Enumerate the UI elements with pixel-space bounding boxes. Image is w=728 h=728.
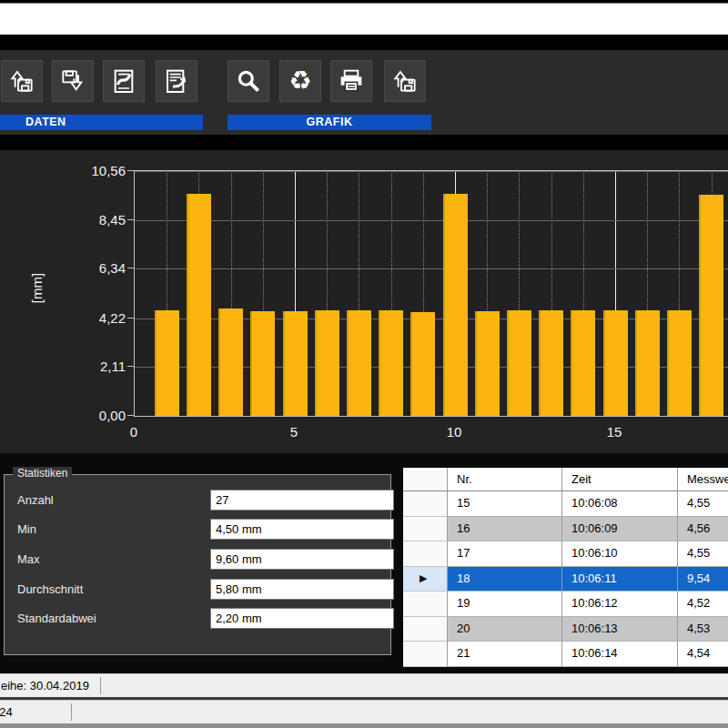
y-tick-mark (127, 219, 134, 220)
toolbar-button-report-data[interactable] (156, 60, 197, 102)
stat-value-max[interactable]: 9,60 mm (210, 549, 394, 570)
toolbar-button-save-graphic[interactable] (384, 60, 426, 102)
status-bar-count: 424 (0, 700, 728, 723)
cell-nr[interactable]: 19 (448, 592, 562, 617)
cell-messwert[interactable]: 4,55 (678, 541, 728, 567)
y-tick-mark (127, 170, 134, 171)
cell-zeit[interactable]: 10:06:09 (562, 517, 678, 542)
table-row-16[interactable]: 1610:06:094,56 (403, 517, 728, 542)
y-tick-mark (127, 366, 134, 367)
toolbar-button-export-data[interactable] (103, 60, 145, 102)
cell-messwert[interactable]: 4,55 (678, 491, 728, 517)
table-row-19[interactable]: 1910:06:124,52 (403, 592, 728, 617)
table-row-21[interactable]: 2110:06:144,54 (403, 642, 728, 667)
cell-messwert[interactable]: 9,54 (678, 567, 728, 592)
toolbar: DATEN♻GRAFIK (0, 50, 728, 135)
cell-nr[interactable]: 20 (448, 617, 562, 642)
bar-18[interactable] (699, 195, 723, 416)
cell-zeit[interactable]: 10:06:10 (562, 541, 678, 567)
bar-4[interactable] (250, 311, 275, 416)
chart-plot[interactable] (134, 170, 728, 417)
toolbar-button-save-data[interactable] (52, 60, 94, 102)
column-header-nr[interactable]: Nr. (448, 468, 562, 491)
horizontal-gridline (135, 268, 728, 269)
horizontal-gridline (135, 171, 728, 172)
y-tick-mark (127, 415, 134, 416)
bar-16[interactable] (635, 310, 660, 416)
separator-band (0, 135, 728, 150)
cell-messwert[interactable]: 4,52 (678, 592, 728, 617)
separator-band (0, 35, 728, 50)
bar-9[interactable] (410, 312, 435, 416)
column-header-zeit[interactable]: Zeit (562, 468, 678, 491)
printer-icon (337, 66, 366, 96)
cell-zeit[interactable]: 10:06:08 (562, 491, 678, 517)
toolbar-button-load-data[interactable] (1, 60, 43, 102)
cell-zeit[interactable]: 10:06:12 (562, 592, 678, 617)
column-header-messwert[interactable]: Messwert (678, 468, 728, 491)
cell-nr[interactable]: 15 (448, 491, 562, 517)
row-selector[interactable] (403, 592, 448, 617)
stat-value-anzahl[interactable]: 27 (210, 490, 394, 511)
bar-6[interactable] (315, 310, 339, 416)
table-row-18[interactable]: ▶1810:06:119,54 (403, 567, 728, 592)
y-tick-label: 8,45 (69, 212, 126, 228)
bar-15[interactable] (603, 310, 628, 416)
toolbar-button-refresh[interactable]: ♻ (279, 60, 321, 102)
statistics-group-title: Statistiken (13, 467, 72, 480)
y-tick-label: 10,56 (69, 163, 126, 178)
measurements-table[interactable]: Nr.ZeitMesswert1510:06:084,551610:06:094… (403, 468, 728, 667)
stat-label-anzahl: Anzahl (17, 493, 54, 507)
stat-value-durchschnitt[interactable]: 5,80 mm (210, 579, 394, 600)
row-selector[interactable] (403, 541, 448, 567)
cell-messwert[interactable]: 4,53 (678, 617, 728, 642)
status-bar-series: eihe: 30.04.2019 (0, 673, 728, 697)
toolbar-button-print[interactable] (330, 60, 372, 102)
bar-14[interactable] (571, 310, 595, 416)
stat-value-standardabwei[interactable]: 2,20 mm (210, 608, 394, 629)
bar-10[interactable] (443, 194, 468, 416)
cell-zeit[interactable]: 10:06:11 (562, 567, 678, 592)
status-separator (100, 677, 101, 694)
row-selector[interactable] (403, 491, 448, 517)
stat-label-durchschnitt: Durchschnitt (17, 582, 83, 596)
bar-2[interactable] (187, 194, 211, 416)
cell-nr[interactable]: 18 (448, 567, 562, 592)
bar-13[interactable] (539, 310, 563, 416)
cell-zeit[interactable]: 10:06:14 (562, 642, 678, 667)
bar-11[interactable] (475, 311, 500, 416)
table-corner-cell (403, 468, 448, 491)
cell-nr[interactable]: 17 (448, 541, 562, 567)
x-tick-label: 5 (278, 424, 310, 440)
y-tick-label: 4,22 (69, 310, 126, 326)
cell-nr[interactable]: 21 (448, 642, 562, 667)
y-tick-mark (127, 318, 134, 318)
row-selector[interactable] (403, 642, 448, 667)
cell-zeit[interactable]: 10:06:13 (562, 617, 678, 642)
bar-5[interactable] (283, 311, 308, 416)
document-arrow-icon (162, 66, 191, 96)
magnifier-icon (234, 66, 263, 96)
y-axis-label: [mm] (29, 261, 45, 316)
table-row-17[interactable]: 1710:06:104,55 (403, 541, 728, 567)
row-selector[interactable] (403, 517, 448, 542)
table-row-20[interactable]: 2010:06:134,53 (403, 617, 728, 642)
status-count-text: 424 (0, 701, 13, 723)
table-row-15[interactable]: 1510:06:084,55 (403, 491, 728, 517)
stat-value-min[interactable]: 4,50 mm (210, 519, 394, 540)
toolbar-button-zoom[interactable] (228, 60, 269, 102)
status-series-text: eihe: 30.04.2019 (1, 674, 89, 697)
bar-17[interactable] (667, 310, 692, 416)
row-selector[interactable] (403, 617, 448, 642)
bar-3[interactable] (218, 308, 243, 416)
bar-1[interactable] (155, 310, 179, 416)
bar-12[interactable] (507, 310, 531, 416)
status-separator (71, 703, 72, 721)
cell-messwert[interactable]: 4,54 (678, 642, 728, 667)
row-selector-current[interactable]: ▶ (403, 567, 448, 592)
cell-messwert[interactable]: 4,56 (678, 517, 728, 542)
cell-nr[interactable]: 16 (448, 517, 562, 542)
bar-8[interactable] (379, 310, 403, 416)
floppy-arrow-up-icon (7, 66, 36, 96)
bar-7[interactable] (347, 310, 371, 416)
